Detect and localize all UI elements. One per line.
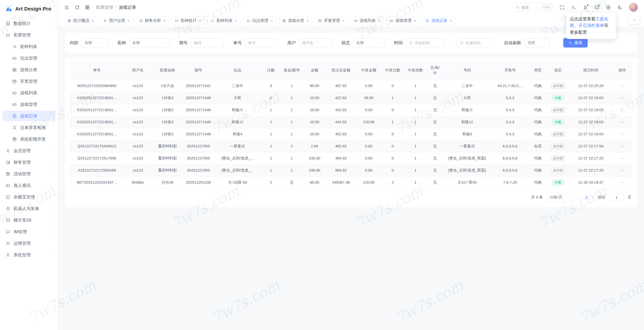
page-size-select[interactable]: 20条/页 — [547, 193, 575, 202]
tab-chip[interactable]: 游戏管理× — [386, 17, 419, 25]
cell: 元 — [427, 140, 443, 152]
sidebar-item[interactable]: 游戏管理 — [3, 99, 55, 110]
filter-input[interactable] — [194, 41, 221, 45]
sidebar-item[interactable]: 真人视讯 — [3, 180, 55, 191]
tab-chip[interactable]: 游戏记录× — [422, 17, 455, 25]
cell-actions[interactable]: --- — [612, 176, 632, 188]
cell-actions[interactable]: --- — [612, 92, 632, 104]
sidebar-item[interactable]: 彩票管理 — [3, 30, 55, 40]
tab-chip[interactable]: 用户运营× — [100, 17, 133, 25]
sidebar-item[interactable]: 开奖管理 — [3, 76, 55, 87]
cell-actions[interactable]: --- — [612, 104, 632, 116]
sidebar-item[interactable]: 游戏记录 — [3, 111, 55, 121]
filter-select[interactable]: 全部 — [353, 38, 385, 47]
sidebar-item[interactable]: 财务管理 — [3, 157, 55, 168]
filter-input[interactable] — [302, 41, 329, 45]
prev-page-button[interactable]: ‹ — [579, 195, 581, 199]
dark-mode-moon-icon[interactable] — [617, 5, 623, 10]
filter-date-input[interactable] — [406, 38, 444, 47]
sidebar-item[interactable]: 数据统计 — [3, 18, 55, 29]
tab-close-icon[interactable]: × — [342, 19, 344, 23]
search-input[interactable] — [521, 5, 539, 10]
sidebar-item[interactable]: 玩法管理 — [3, 53, 55, 63]
sidebar-item[interactable]: 聊天室28 — [3, 215, 55, 225]
filter-select[interactable]: 全部 — [129, 38, 170, 47]
status-badge: 未中奖 — [551, 167, 566, 174]
tab-close-icon[interactable]: × — [199, 19, 201, 23]
sidebar-item[interactable]: 机器人与发单 — [3, 203, 55, 214]
sidebar-item[interactable]: 运维管理 — [3, 238, 55, 249]
fullscreen-icon[interactable] — [559, 5, 565, 10]
tab-close-icon[interactable]: × — [378, 19, 380, 23]
tab-chip[interactable]: 玩法管理× — [243, 17, 276, 25]
cell-actions[interactable]: --- — [612, 80, 632, 92]
filter-text-input[interactable] — [191, 38, 224, 47]
search-button[interactable]: 搜索 — [563, 38, 588, 48]
sidebar-item[interactable]: 系统管理 — [3, 250, 55, 260]
filter-select[interactable]: 关闭 — [525, 38, 550, 47]
tab-close-icon[interactable]: × — [235, 19, 237, 23]
cell-actions[interactable]: --- — [612, 164, 632, 176]
cell-order-no: X25122722172555269 — [70, 164, 124, 176]
tab-close-icon[interactable]: × — [414, 19, 416, 23]
translate-icon[interactable]: 文A — [571, 5, 576, 10]
filter-input[interactable] — [248, 41, 275, 45]
sidebar-item[interactable]: ¥余额宝管理 — [3, 192, 55, 202]
goto-page-input[interactable] — [609, 193, 624, 202]
filter-date-input[interactable] — [457, 38, 495, 47]
sidebar-item[interactable]: 活动管理 — [3, 169, 55, 179]
collapse-menu-icon[interactable] — [64, 5, 69, 10]
cell-actions[interactable]: --- — [612, 152, 632, 164]
tab-chip[interactable]: $财务分析× — [136, 17, 169, 25]
global-search[interactable]: Ctrl k — [512, 3, 553, 12]
sidebar-item[interactable]: 彩种列表 — [3, 41, 55, 52]
apps-grid-icon[interactable] — [85, 5, 90, 10]
tab-chip[interactable]: 游戏列表× — [351, 17, 384, 25]
tab-close-icon[interactable]: × — [92, 19, 94, 23]
tab-chip[interactable]: 彩种统计× — [172, 17, 205, 25]
tab-close-icon[interactable]: × — [306, 19, 309, 23]
user-avatar[interactable] — [629, 3, 638, 12]
tab-chip[interactable]: 彩种列表× — [207, 17, 240, 25]
current-page-number[interactable]: 1 — [585, 195, 588, 199]
tab-close-icon[interactable]: × — [271, 19, 273, 23]
filter-text-input[interactable] — [299, 38, 332, 47]
sidebar-item-label: 开奖管理 — [20, 78, 37, 84]
tab-chip[interactable]: 开奖管理× — [315, 17, 348, 25]
topbar-menu-link[interactable]: 开启顶栏菜单 — [578, 23, 604, 28]
filter-input[interactable] — [466, 41, 492, 45]
sidebar-item[interactable]: IM管理 — [3, 226, 55, 237]
cell: 1 — [280, 164, 303, 176]
tab-close-icon[interactable]: × — [127, 19, 130, 23]
chat-status-icon[interactable] — [594, 5, 599, 10]
filter-label: 状态 — [341, 40, 350, 46]
sidebar-item[interactable]: 游戏分类 — [3, 64, 55, 75]
sidebar-item-label: 注单异常检测 — [20, 125, 46, 131]
filter-input[interactable] — [415, 41, 441, 45]
tab-chip[interactable]: 游戏分类× — [279, 17, 312, 25]
header-collapse-button[interactable] — [629, 16, 639, 24]
cell-actions[interactable]: --- — [612, 116, 632, 128]
tab-close-icon[interactable]: × — [450, 19, 452, 23]
grid-icon — [282, 19, 286, 23]
cell: 元 — [427, 128, 443, 140]
tab-close-icon[interactable]: × — [163, 19, 166, 23]
refresh-icon[interactable] — [74, 5, 80, 10]
sidebar-item[interactable]: 游戏列表 — [3, 88, 55, 98]
sidebar-item[interactable]: 注单异常检测 — [3, 122, 55, 133]
breadcrumb-parent[interactable]: 彩票管理 — [96, 5, 113, 10]
sidebar-item[interactable]: 会员管理 — [3, 145, 55, 156]
cell: 1 — [404, 104, 427, 116]
cell-actions[interactable]: --- — [612, 128, 632, 140]
cell-actions[interactable]: --- — [612, 140, 632, 152]
filter-text-input[interactable] — [245, 38, 278, 47]
sidebar-item[interactable]: 系统彩预开奖 — [3, 134, 55, 144]
pagination: 共 9 条 20条/页 ‹ 1 › 前往 页 — [70, 189, 632, 205]
cell-play-type: 二全中 — [214, 80, 262, 92]
sidebar-item-label: 游戏列表 — [20, 90, 37, 96]
tab-chip[interactable]: 统计概况× — [64, 17, 97, 25]
settings-gear-icon[interactable] — [606, 5, 611, 10]
notifications-bell-icon[interactable] — [583, 5, 588, 10]
filter-select[interactable]: 全部 — [82, 38, 108, 47]
next-page-button[interactable]: › — [592, 195, 594, 199]
